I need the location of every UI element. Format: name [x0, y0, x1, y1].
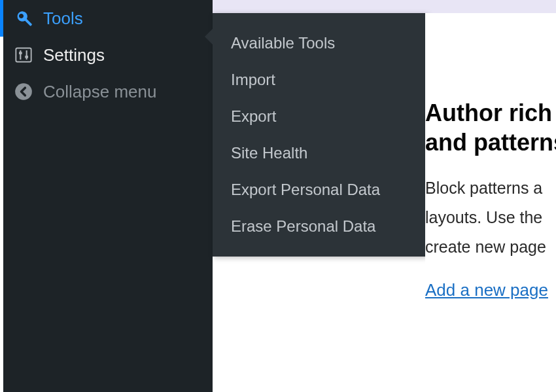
svg-rect-2: [19, 52, 22, 54]
submenu-item-erase-personal-data[interactable]: Erase Personal Data: [213, 208, 427, 245]
sidebar-item-label: Tools: [43, 9, 83, 29]
svg-point-5: [15, 83, 32, 100]
sidebar-item-label: Collapse menu: [43, 82, 156, 102]
card-heading-line: and patterns: [425, 128, 556, 157]
tools-submenu: Available Tools Import Export Site Healt…: [213, 13, 427, 257]
submenu-item-available-tools[interactable]: Available Tools: [213, 25, 427, 62]
sidebar-item-settings[interactable]: Settings: [3, 37, 213, 73]
wrench-icon: [13, 8, 34, 29]
submenu-item-site-health[interactable]: Site Health: [213, 135, 427, 171]
svg-rect-4: [25, 56, 28, 58]
main-content: Author rich c and patterns Block pattern…: [425, 13, 556, 392]
add-new-page-link[interactable]: Add a new page: [425, 280, 548, 300]
submenu-item-export[interactable]: Export: [213, 98, 427, 135]
svg-rect-0: [16, 48, 31, 62]
sidebar-item-label: Settings: [43, 45, 105, 65]
sidebar-item-tools[interactable]: Tools: [3, 0, 213, 37]
submenu-item-import[interactable]: Import: [213, 62, 427, 98]
top-banner: [209, 0, 556, 13]
card-text-line: layouts. Use the: [425, 205, 556, 230]
card-text-line: create new page: [425, 234, 556, 260]
sliders-icon: [13, 45, 34, 65]
admin-sidebar: Tools Settings Collapse m: [3, 0, 213, 392]
sidebar-item-collapse[interactable]: Collapse menu: [3, 73, 213, 110]
collapse-icon: [13, 81, 34, 102]
card-text-line: Block patterns a: [425, 175, 556, 201]
card-heading-line: Author rich c: [425, 98, 556, 128]
submenu-item-export-personal-data[interactable]: Export Personal Data: [213, 171, 427, 208]
